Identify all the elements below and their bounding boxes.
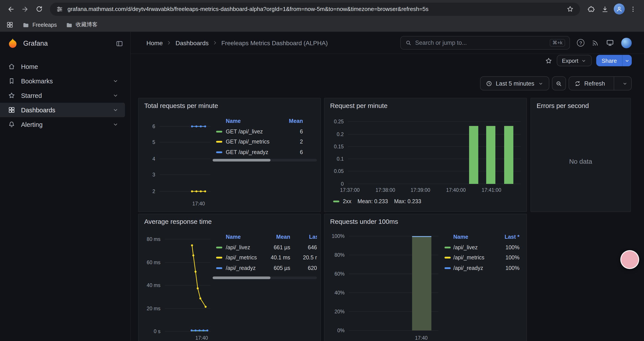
series-swatch-blue[interactable]: [216, 267, 222, 269]
y-tick: 0 s: [138, 329, 160, 334]
rss-icon: [592, 39, 599, 47]
sidebar-item-dashboards[interactable]: Dashboards: [0, 103, 125, 117]
x-tick: 17:38:00: [371, 187, 400, 193]
series-swatch-green[interactable]: [444, 247, 451, 248]
series-swatch-blue[interactable]: [444, 267, 451, 269]
series-swatch-green[interactable]: [216, 247, 222, 248]
refresh-interval-button[interactable]: [618, 81, 631, 86]
news-button[interactable]: [592, 39, 599, 47]
browser-menu-button[interactable]: [626, 3, 640, 16]
brand-title: Grafana: [23, 40, 48, 47]
y-tick: 40 ms: [138, 283, 160, 288]
url-input[interactable]: [68, 6, 562, 12]
breadcrumb-dashboards[interactable]: Dashboards: [176, 39, 209, 46]
user-avatar[interactable]: [621, 38, 632, 48]
legend-col-last[interactable]: Last *: [484, 233, 520, 240]
chevron-down-icon[interactable]: [112, 92, 119, 99]
sidebar-item-label: Starred: [21, 92, 42, 99]
y-tick: 80%: [324, 252, 344, 258]
y-tick: 6: [138, 124, 155, 129]
sidebar-item-home[interactable]: Home: [0, 59, 125, 74]
legend-col-name[interactable]: Name: [226, 118, 241, 125]
legend-col-name[interactable]: Name: [453, 233, 468, 240]
url-bar[interactable]: [50, 3, 580, 16]
reload-button[interactable]: [32, 3, 46, 16]
share-button[interactable]: Share: [596, 55, 622, 66]
legend-series[interactable]: 2xx: [333, 198, 351, 204]
legend-col-mean[interactable]: Mean: [265, 118, 303, 125]
sidebar-item-bookmarks[interactable]: Bookmarks: [0, 74, 125, 88]
export-button[interactable]: Export: [556, 55, 592, 66]
sidebar-item-starred[interactable]: Starred: [0, 88, 125, 103]
search-box[interactable]: ⌘+k: [400, 36, 570, 50]
timeseries-chart[interactable]: [163, 237, 212, 340]
chevron-down-icon[interactable]: [112, 107, 119, 113]
help-button[interactable]: ?: [577, 39, 584, 47]
share-split-button: Share: [596, 55, 632, 66]
panel-avg-response-time: Average response time 80 ms 60 ms 40 ms …: [138, 214, 321, 341]
grafana-main: Home Dashboards Freeleaps Metrics Dashbo…: [131, 32, 644, 341]
chevron-down-icon[interactable]: [112, 121, 119, 128]
sidebar-item-alerting[interactable]: Alerting: [0, 117, 125, 132]
search-input[interactable]: [415, 40, 546, 46]
back-button[interactable]: [4, 3, 18, 16]
refresh-button[interactable]: Refresh: [569, 80, 609, 87]
series-swatch-yellow[interactable]: [216, 141, 222, 143]
bookmark-star-icon[interactable]: [566, 5, 574, 13]
y-tick: 2: [138, 189, 155, 194]
extensions-button[interactable]: [584, 3, 598, 16]
screen: Freeleaps 收藏博客 Grafana: [0, 0, 644, 341]
star-icon: [545, 57, 552, 64]
search-icon: [405, 40, 412, 46]
legend-scrollbar[interactable]: [212, 276, 317, 279]
legend-scrollbar[interactable]: [212, 159, 317, 162]
legend-col-mean[interactable]: Mean: [252, 233, 290, 240]
legend-series-name[interactable]: /api/_livez: [226, 244, 250, 251]
bookmarks-bar: Freeleaps 收藏博客: [0, 18, 644, 32]
panel-requests-under-100ms: Requests under 100ms 100% 80% 60% 40% 20…: [324, 214, 527, 341]
site-settings-tune-icon[interactable]: [56, 6, 63, 13]
legend-series-name[interactable]: /api/_metrics: [453, 254, 484, 261]
y-tick: 4: [138, 156, 155, 162]
page-header: Home Dashboards Freeleaps Metrics Dashbo…: [131, 32, 644, 54]
y-tick: 3: [138, 172, 155, 177]
legend-table: Name Last * /api/_livez 100% /api/_metri…: [443, 233, 524, 275]
zoom-out-time-button[interactable]: [552, 76, 566, 90]
assistant-avatar[interactable]: [620, 250, 639, 269]
apps-grid-button[interactable]: [6, 21, 14, 29]
sidebar-item-label: Dashboards: [21, 106, 55, 113]
share-menu-button[interactable]: [622, 55, 632, 66]
legend-series-name[interactable]: /api/_livez: [453, 244, 478, 251]
series-swatch-yellow[interactable]: [444, 257, 451, 258]
bookmark-folder-blogs[interactable]: 收藏博客: [66, 21, 98, 29]
legend-col-name[interactable]: Name: [226, 233, 241, 240]
bar-chart[interactable]: [348, 119, 522, 186]
collapse-sidebar-button[interactable]: [116, 40, 123, 47]
legend-series-name[interactable]: GET /api/_metrics: [226, 138, 270, 145]
question-mark-icon: ?: [577, 39, 584, 47]
legend-col-last[interactable]: Las: [309, 233, 317, 240]
timeseries-chart[interactable]: [158, 121, 212, 197]
kiosk-mode-button[interactable]: [606, 39, 614, 47]
forward-button[interactable]: [18, 3, 32, 16]
grafana-logo[interactable]: [7, 38, 18, 49]
series-swatch-green[interactable]: [216, 131, 222, 133]
legend-series-name[interactable]: /api/_readyz: [226, 265, 256, 272]
legend-series-name[interactable]: /api/_readyz: [453, 265, 483, 272]
legend-series-name[interactable]: GET /api/_livez: [226, 128, 263, 135]
bar-chart[interactable]: [347, 233, 440, 333]
time-range-picker[interactable]: Last 5 minutes: [480, 76, 549, 90]
y-tick: 40%: [324, 290, 344, 295]
kebab-menu-icon: [630, 6, 636, 13]
profile-button[interactable]: [612, 3, 626, 16]
favorite-dashboard-button[interactable]: [545, 57, 552, 64]
bookmark-folder-freeleaps[interactable]: Freeleaps: [22, 21, 57, 28]
chevron-down-icon[interactable]: [112, 78, 119, 84]
panel-title: Requests under 100ms: [330, 218, 398, 225]
legend-series-name[interactable]: GET /api/_readyz: [226, 149, 268, 156]
breadcrumb-home[interactable]: Home: [146, 39, 163, 46]
downloads-button[interactable]: [598, 3, 612, 16]
series-swatch-blue[interactable]: [216, 151, 222, 153]
series-swatch-yellow[interactable]: [216, 257, 222, 258]
bookmark-icon: [8, 77, 15, 85]
